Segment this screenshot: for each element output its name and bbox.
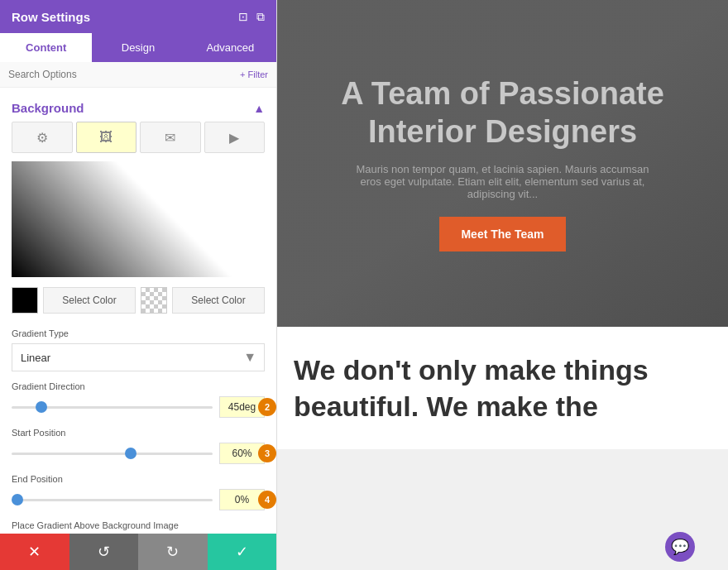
- color-pickers-row: Select Color Select Color: [0, 287, 276, 323]
- background-title: Background: [12, 101, 84, 115]
- gradient-direction-field: Gradient Direction 45deg 2: [0, 376, 276, 423]
- end-position-slider-row: 0% 4: [12, 489, 265, 510]
- gradient-type-select[interactable]: Linear Radial: [12, 343, 265, 371]
- close-button[interactable]: ✕: [0, 534, 69, 570]
- bg-type-gradient[interactable]: 🖼: [76, 122, 137, 153]
- redo-button[interactable]: ↻: [138, 534, 208, 570]
- color-swatch-1[interactable]: [12, 287, 38, 314]
- place-gradient-field: Place Gradient Above Background Image NO…: [0, 515, 276, 534]
- gradient-type-field: Gradient Type Linear Radial ▼: [0, 323, 276, 376]
- undo-button[interactable]: ↺: [69, 534, 139, 570]
- background-section-header: Background ▲: [0, 96, 276, 122]
- meet-team-button[interactable]: Meet The Team: [439, 217, 565, 251]
- bg-type-row: ⚙ 🖼 ✉ ▶: [0, 122, 276, 161]
- bg-type-image[interactable]: ✉: [140, 122, 201, 153]
- panel-header: Row Settings ⊡ ⧉: [0, 0, 276, 33]
- select-color-1-button[interactable]: Select Color: [43, 287, 136, 314]
- bottom-toolbar: ✕ ↺ ↻ ✓: [0, 534, 276, 570]
- split-icon[interactable]: ⧉: [256, 10, 265, 24]
- save-button[interactable]: ✓: [208, 534, 277, 570]
- start-position-label: Start Position: [12, 428, 265, 438]
- panel-title: Row Settings: [12, 10, 90, 24]
- lower-text: We don't only make things beautiful. We …: [294, 352, 711, 424]
- gradient-type-select-wrap: Linear Radial ▼: [12, 343, 265, 371]
- tabs-bar: Content Design Advanced: [0, 33, 276, 62]
- color-swatch-2[interactable]: [141, 287, 167, 314]
- end-position-slider[interactable]: [12, 499, 213, 501]
- bg-type-color[interactable]: ⚙: [12, 122, 73, 153]
- hero-section: A Team of Passionate Interior Designers …: [277, 0, 728, 327]
- right-content: A Team of Passionate Interior Designers …: [277, 0, 728, 570]
- tab-design[interactable]: Design: [92, 33, 184, 62]
- search-bar: + Filter: [0, 62, 276, 88]
- bg-type-video[interactable]: ▶: [204, 122, 266, 153]
- chat-bubble-icon[interactable]: 💬: [665, 532, 695, 562]
- gradient-direction-slider[interactable]: [12, 406, 213, 409]
- hero-title: A Team of Passionate Interior Designers: [302, 75, 703, 151]
- restore-icon[interactable]: ⊡: [238, 10, 248, 24]
- lower-section: We don't only make things beautiful. We …: [277, 327, 728, 449]
- panel-content: Background ▲ ⚙ 🖼 ✉ ▶ Select Color Select…: [0, 88, 276, 534]
- gradient-direction-label: Gradient Direction: [12, 381, 265, 391]
- gradient-type-label: Gradient Type: [12, 328, 265, 338]
- left-panel: Row Settings ⊡ ⧉ Content Design Advanced…: [0, 0, 277, 570]
- badge-2: 2: [258, 398, 276, 416]
- tab-content[interactable]: Content: [0, 33, 92, 62]
- end-position-label: End Position: [12, 474, 265, 484]
- end-position-field: End Position 0% 4: [0, 469, 276, 515]
- gradient-preview: [12, 161, 265, 277]
- start-position-field: Start Position 60% 3: [0, 423, 276, 469]
- place-gradient-label: Place Gradient Above Background Image: [12, 520, 265, 530]
- start-position-slider-row: 60% 3: [12, 443, 265, 464]
- start-position-slider[interactable]: [12, 453, 213, 455]
- tab-advanced[interactable]: Advanced: [184, 33, 276, 62]
- search-input[interactable]: [8, 69, 240, 80]
- gradient-direction-slider-row: 45deg 2: [12, 396, 265, 418]
- badge-4: 4: [258, 491, 276, 509]
- badge-3: 3: [258, 444, 276, 462]
- select-color-2-button[interactable]: Select Color: [172, 287, 265, 314]
- section-collapse-icon[interactable]: ▲: [253, 102, 265, 115]
- hero-subtitle: Mauris non tempor quam, et lacinia sapie…: [346, 163, 660, 200]
- filter-button[interactable]: + Filter: [240, 69, 268, 79]
- header-icons: ⊡ ⧉: [238, 10, 265, 24]
